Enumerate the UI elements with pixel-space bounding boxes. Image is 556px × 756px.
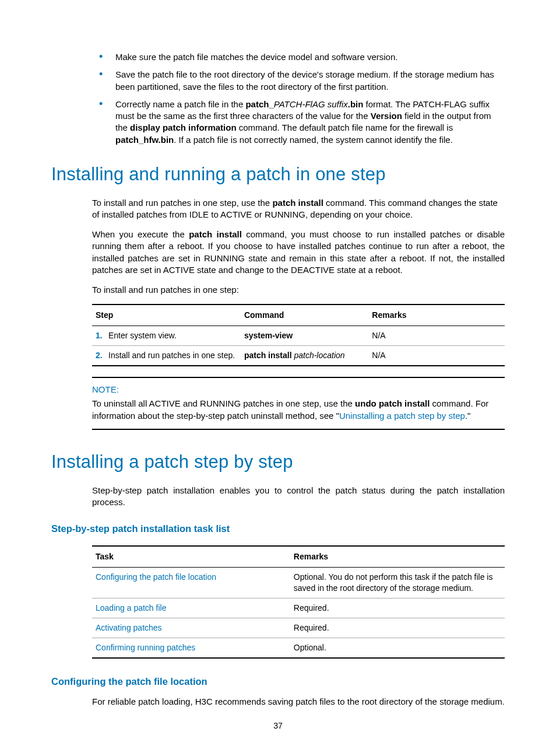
task-link[interactable]: Configuring the patch file location <box>96 572 216 582</box>
step-text: Enter system view. <box>108 331 177 340</box>
bullet-bold: patch_ <box>245 99 273 109</box>
paragraph: Step-by-step patch installation enables … <box>92 485 505 509</box>
table-row: 1.Enter system view. system-view N/A <box>92 326 505 346</box>
step-number: 1. <box>96 330 108 341</box>
command-table: Step Command Remarks 1.Enter system view… <box>92 304 505 366</box>
subheading-task-list: Step-by-step patch installation task lis… <box>51 522 505 535</box>
text: When you execute the <box>92 229 189 239</box>
step-number: 2. <box>96 350 108 361</box>
subheading-config-loc: Configuring the patch file location <box>51 675 505 688</box>
page-number: 37 <box>0 720 556 732</box>
table-row: Loading a patch file Required. <box>92 598 505 618</box>
col-command: Command <box>241 304 368 326</box>
text: To uninstall all ACTIVE and RUNNING patc… <box>92 398 355 408</box>
remarks-text: N/A <box>368 346 505 366</box>
bullet-bold: Version <box>371 111 402 121</box>
task-link[interactable]: Loading a patch file <box>96 603 166 612</box>
col-remarks: Remarks <box>290 546 505 567</box>
bullet-item: Make sure the patch file matches the dev… <box>51 51 505 63</box>
bullet-bold: .bin <box>348 99 364 109</box>
remarks-text: Required. <box>290 598 505 618</box>
link-uninstall-step[interactable]: Uninstalling a patch step by step <box>339 411 465 421</box>
remarks-text: N/A <box>368 326 505 346</box>
text-bold: patch install <box>189 229 242 239</box>
remarks-text: Optional. <box>290 638 505 657</box>
paragraph: To install and run patches in one step, … <box>92 197 505 221</box>
remarks-text: Required. <box>290 618 505 638</box>
paragraph: When you execute the patch install comma… <box>92 229 505 276</box>
note-text: To uninstall all ACTIVE and RUNNING patc… <box>92 398 505 422</box>
bullet-text-pre: Correctly name a patch file in the <box>115 99 245 109</box>
bullet-bold: display patch information <box>130 123 237 132</box>
table-row: Configuring the patch file location Opti… <box>92 568 505 598</box>
col-task: Task <box>92 546 290 567</box>
table-row: 2.Install and run patches in one step. p… <box>92 346 505 366</box>
paragraph: To install and run patches in one step: <box>92 284 505 296</box>
section-heading-install-one-step: Installing and running a patch in one st… <box>51 162 505 187</box>
text: To install and run patches in one step, … <box>92 198 272 208</box>
remarks-text: Optional. You do not perform this task i… <box>290 568 505 598</box>
bullet-bold: patch_hfw.bin <box>115 135 174 145</box>
bullet-text: Save the patch file to the root director… <box>115 69 494 91</box>
section-heading-install-step: Installing a patch step by step <box>51 450 505 474</box>
note-block: NOTE: To uninstall all ACTIVE and RUNNIN… <box>92 377 505 430</box>
bullet-italic: PATCH-FlAG suffix <box>274 99 348 109</box>
task-link[interactable]: Activating patches <box>96 623 162 632</box>
table-row: Activating patches Required. <box>92 618 505 638</box>
col-remarks: Remarks <box>368 304 505 326</box>
cmd-text: system-view <box>244 331 293 340</box>
task-table: Task Remarks Configuring the patch file … <box>92 545 505 658</box>
intro-bullet-list: Make sure the patch file matches the dev… <box>51 51 505 146</box>
note-label: NOTE: <box>92 384 505 396</box>
table-row: Confirming running patches Optional. <box>92 638 505 657</box>
step-text: Install and run patches in one step. <box>108 351 235 360</box>
bullet-text-post: . If a patch file is not correctly named… <box>174 135 453 145</box>
col-step: Step <box>92 304 241 326</box>
cmd-text: patch install <box>244 351 292 360</box>
paragraph: For reliable patch loading, H3C recommen… <box>92 696 505 708</box>
text-bold: undo patch install <box>355 398 430 408</box>
bullet-text-mid: command. The default patch file name for… <box>237 123 453 132</box>
bullet-item: Save the patch file to the root director… <box>51 69 505 93</box>
text: ." <box>465 411 471 421</box>
bullet-item: Correctly name a patch file in the patch… <box>51 99 505 146</box>
cmd-arg: patch-location <box>292 351 345 360</box>
task-link[interactable]: Confirming running patches <box>96 643 195 652</box>
bullet-text: Make sure the patch file matches the dev… <box>115 52 397 62</box>
text-bold: patch install <box>272 198 323 208</box>
